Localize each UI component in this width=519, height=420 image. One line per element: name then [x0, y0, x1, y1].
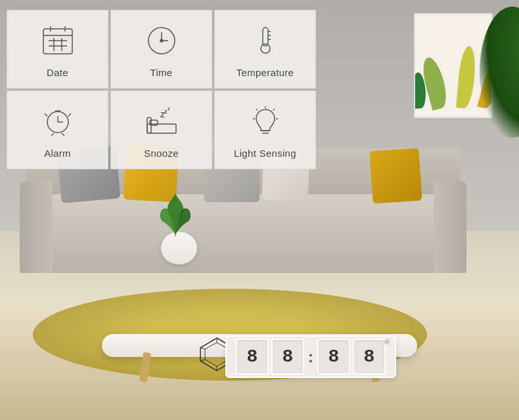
alarm-icon: [38, 102, 78, 141]
svg-line-28: [45, 114, 47, 116]
feature-grid: Date Time Temper: [7, 10, 316, 169]
feature-label-alarm: Alarm: [44, 148, 71, 159]
clock-digit-1: 8: [236, 339, 269, 375]
feature-label-light-sensing: Light Sensing: [234, 148, 296, 159]
svg-text:z: z: [168, 106, 170, 111]
svg-line-30: [51, 133, 54, 136]
sofa-arm-right: [434, 181, 466, 273]
sofa-arm-left: [20, 181, 53, 273]
feature-label-date: Date: [47, 67, 68, 78]
svg-line-44: [256, 109, 258, 110]
clock-display: 8 8 : 8 8: [225, 335, 396, 378]
sofa-body: [20, 194, 466, 273]
feature-cell-light-sensing[interactable]: Light Sensing: [214, 91, 316, 169]
calendar-icon: [38, 21, 78, 60]
feature-cell-time[interactable]: Time: [110, 10, 212, 89]
svg-rect-8: [43, 29, 72, 54]
clock-digit-4: 8: [353, 339, 386, 375]
clock-icon: [142, 21, 181, 60]
feature-label-time: Time: [150, 67, 173, 78]
feature-cell-temperature[interactable]: Temperature: [214, 10, 316, 89]
svg-line-7: [200, 348, 205, 349]
clock-digit-2: 8: [271, 339, 304, 375]
snooze-icon: Z z z: [142, 102, 181, 141]
feature-label-temperature: Temperature: [237, 67, 294, 78]
clock-dot: [384, 339, 390, 345]
corner-plant: [466, 7, 519, 138]
svg-line-6: [200, 360, 205, 361]
svg-line-42: [273, 109, 275, 110]
svg-rect-20: [263, 28, 268, 46]
thermometer-icon: [246, 21, 285, 60]
feature-cell-date[interactable]: Date: [7, 10, 108, 89]
svg-line-29: [68, 114, 71, 116]
pillow-yellow-2: [369, 148, 422, 203]
lightbulb-icon: [246, 102, 285, 141]
feature-cell-alarm[interactable]: Alarm: [7, 91, 108, 169]
svg-point-21: [261, 44, 270, 53]
svg-point-19: [160, 39, 163, 42]
plant-green: [156, 188, 195, 243]
feature-label-snooze: Snooze: [144, 148, 179, 159]
clock-colon: :: [308, 348, 313, 366]
clock-digit-3: 8: [317, 339, 350, 375]
svg-line-31: [62, 133, 64, 136]
feature-cell-snooze[interactable]: Z z z Snooze: [110, 91, 212, 169]
